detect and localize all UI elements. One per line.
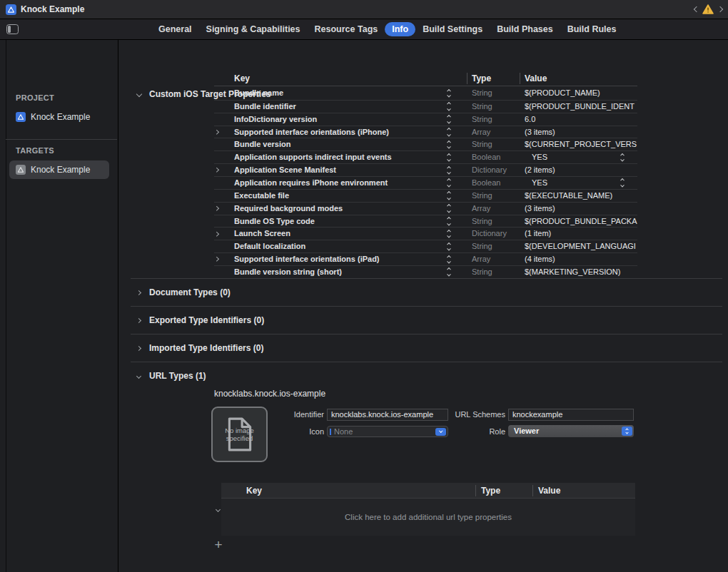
property-value[interactable]: 6.0 bbox=[525, 113, 637, 126]
property-type[interactable]: Boolean bbox=[472, 177, 500, 190]
disclosure-chevron-icon[interactable] bbox=[215, 203, 218, 215]
property-value[interactable]: $(EXECUTABLE_NAME) bbox=[525, 190, 637, 203]
property-type[interactable]: Dictionary bbox=[472, 164, 507, 177]
property-value[interactable]: $(CURRENT_PROJECT_VERS bbox=[525, 138, 637, 151]
property-key[interactable]: Bundle version string (short) bbox=[234, 266, 342, 279]
section-header-url-types[interactable]: URL Types (1) bbox=[131, 362, 722, 389]
disclosure-chevron-icon[interactable] bbox=[215, 126, 218, 138]
key-stepper-icon[interactable] bbox=[448, 153, 450, 161]
disclosure-chevron-icon[interactable] bbox=[215, 228, 218, 240]
tab-build-settings[interactable]: Build Settings bbox=[415, 22, 490, 36]
section-header[interactable]: Exported Type Identifiers (0) bbox=[131, 306, 722, 334]
property-key[interactable]: Supported interface orientations (iPhone… bbox=[234, 126, 389, 139]
property-row[interactable]: Application supports indirect input even… bbox=[214, 150, 637, 163]
tab-build-phases[interactable]: Build Phases bbox=[490, 22, 560, 36]
property-value[interactable]: $(MARKETING_VERSION) bbox=[525, 266, 637, 279]
property-row[interactable]: Bundle version string (short)String$(MAR… bbox=[214, 265, 637, 278]
property-key[interactable]: Application Scene Manifest bbox=[234, 164, 336, 177]
value-stepper-icon[interactable] bbox=[621, 179, 624, 187]
property-value[interactable]: (3 items) bbox=[525, 203, 637, 215]
key-stepper-icon[interactable] bbox=[448, 205, 450, 213]
property-type[interactable]: Array bbox=[472, 126, 490, 139]
property-row[interactable]: Bundle OS Type codeString$(PRODUCT_BUNDL… bbox=[214, 215, 637, 228]
property-key[interactable]: Supported interface orientations (iPad) bbox=[234, 253, 380, 266]
disclosure-chevron-icon[interactable] bbox=[215, 164, 218, 176]
key-stepper-icon[interactable] bbox=[448, 255, 450, 263]
key-stepper-icon[interactable] bbox=[448, 242, 450, 250]
value-stepper-icon[interactable] bbox=[621, 153, 624, 161]
additional-table-body[interactable]: Click here to add additional url type pr… bbox=[221, 499, 635, 536]
property-key[interactable]: Bundle identifier bbox=[234, 101, 296, 113]
property-type[interactable]: Dictionary bbox=[472, 228, 507, 240]
tab-info[interactable]: Info bbox=[385, 22, 415, 36]
property-row[interactable]: Application Scene ManifestDictionary(2 i… bbox=[214, 163, 637, 176]
property-row[interactable]: Supported interface orientations (iPad)A… bbox=[214, 252, 637, 265]
property-value[interactable]: $(PRODUCT_BUNDLE_IDENT bbox=[525, 101, 637, 113]
property-value[interactable]: $(PRODUCT_BUNDLE_PACKA bbox=[525, 215, 637, 228]
property-row[interactable]: Required background modesArray(3 items) bbox=[214, 202, 637, 215]
property-type[interactable]: String bbox=[472, 138, 492, 151]
property-key[interactable]: Launch Screen bbox=[234, 228, 290, 240]
key-stepper-icon[interactable] bbox=[448, 179, 450, 187]
property-type[interactable]: Boolean bbox=[472, 151, 500, 164]
sidebar-item-target[interactable]: Knock Example bbox=[9, 160, 109, 179]
property-row[interactable]: Launch ScreenDictionary(1 item) bbox=[214, 227, 637, 240]
property-type[interactable]: String bbox=[472, 190, 492, 203]
property-value[interactable]: YES bbox=[532, 151, 617, 164]
property-key[interactable]: Bundle version bbox=[234, 138, 290, 151]
property-key[interactable]: Executable file bbox=[234, 190, 289, 203]
add-properties-placeholder[interactable]: Click here to add additional url type pr… bbox=[345, 513, 512, 521]
tab-general[interactable]: General bbox=[151, 22, 199, 36]
property-row[interactable]: Application requires iPhone environmentB… bbox=[214, 176, 637, 189]
property-value[interactable]: $(DEVELOPMENT_LANGUAGI bbox=[525, 240, 637, 253]
key-stepper-icon[interactable] bbox=[448, 103, 450, 111]
key-stepper-icon[interactable] bbox=[448, 141, 450, 149]
property-row[interactable]: InfoDictionary versionString6.0 bbox=[214, 113, 637, 126]
key-stepper-icon[interactable] bbox=[448, 166, 450, 174]
key-stepper-icon[interactable] bbox=[448, 268, 450, 276]
property-row[interactable]: Bundle versionString$(CURRENT_PROJECT_VE… bbox=[214, 138, 637, 150]
key-stepper-icon[interactable] bbox=[448, 192, 450, 200]
sidebar-item-project[interactable]: Knock Example bbox=[9, 108, 109, 126]
tab-resource-tags[interactable]: Resource Tags bbox=[308, 22, 385, 36]
property-value[interactable]: (3 items) bbox=[525, 126, 637, 139]
property-value[interactable]: (4 items) bbox=[525, 253, 637, 266]
property-type[interactable]: String bbox=[472, 113, 492, 126]
property-row[interactable]: Supported interface orientations (iPhone… bbox=[214, 126, 637, 138]
property-key[interactable]: InfoDictionary version bbox=[234, 113, 317, 126]
property-type[interactable]: String bbox=[472, 101, 492, 113]
property-type[interactable]: String bbox=[472, 87, 492, 100]
key-stepper-icon[interactable] bbox=[448, 116, 450, 123]
popup-stepper-icon[interactable] bbox=[622, 427, 632, 436]
property-key[interactable]: Application supports indirect input even… bbox=[234, 151, 392, 164]
property-value[interactable]: (2 items) bbox=[525, 164, 637, 177]
property-type[interactable]: Array bbox=[472, 203, 490, 215]
property-type[interactable]: String bbox=[472, 240, 492, 253]
section-header[interactable]: Document Types (0) bbox=[131, 278, 722, 306]
property-type[interactable]: Array bbox=[472, 253, 490, 266]
property-type[interactable]: String bbox=[472, 266, 492, 279]
property-row[interactable]: Executable fileString$(EXECUTABLE_NAME) bbox=[214, 189, 637, 202]
property-key[interactable]: Default localization bbox=[234, 240, 305, 253]
property-value[interactable]: YES bbox=[532, 177, 617, 190]
property-value[interactable]: $(PRODUCT_NAME) bbox=[525, 87, 637, 100]
property-value[interactable]: (1 item) bbox=[525, 228, 637, 240]
back-button[interactable] bbox=[692, 4, 702, 15]
property-key[interactable]: Application requires iPhone environment bbox=[234, 177, 388, 190]
url-schemes-field[interactable]: knockexample bbox=[508, 409, 634, 421]
add-url-type-button[interactable]: + bbox=[212, 538, 225, 551]
property-type[interactable]: String bbox=[472, 215, 492, 228]
property-row[interactable]: Bundle nameString$(PRODUCT_NAME) bbox=[214, 87, 637, 100]
role-popup[interactable]: Viewer bbox=[508, 425, 634, 437]
section-header[interactable]: Imported Type Identifiers (0) bbox=[131, 334, 722, 362]
key-stepper-icon[interactable] bbox=[448, 128, 450, 136]
property-row[interactable]: Default localizationString$(DEVELOPMENT_… bbox=[214, 240, 637, 252]
tab-signing-capabilities[interactable]: Signing & Capabilities bbox=[199, 22, 308, 36]
forward-button[interactable] bbox=[715, 4, 725, 15]
tab-build-rules[interactable]: Build Rules bbox=[560, 22, 624, 36]
key-stepper-icon[interactable] bbox=[448, 230, 450, 238]
key-stepper-icon[interactable] bbox=[448, 218, 450, 225]
disclosure-chevron-icon[interactable] bbox=[215, 253, 218, 265]
warning-badge[interactable] bbox=[702, 4, 714, 14]
property-key[interactable]: Bundle OS Type code bbox=[234, 215, 315, 228]
